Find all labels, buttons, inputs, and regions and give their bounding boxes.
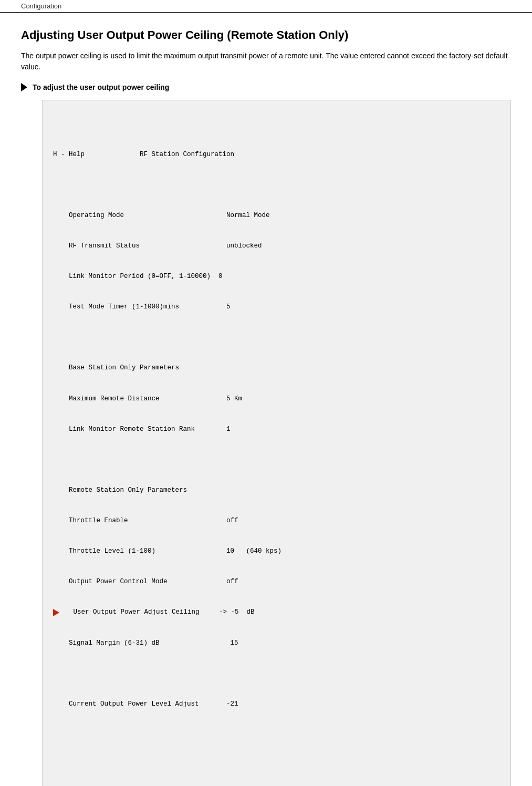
page-title: Adjusting User Output Power Ceiling (Rem… <box>21 28 511 42</box>
terminal-line-3: Link Monitor Period (0=OFF, 1-10000) 0 <box>53 272 500 282</box>
terminal-blank-6 <box>53 760 500 770</box>
terminal-line-10: Throttle Level (1-100) 10 (640 kps) <box>53 546 500 556</box>
terminal-line-1: Operating Mode Normal Mode <box>53 211 500 221</box>
terminal-line-11: Output Power Control Mode off <box>53 577 500 587</box>
terminal-header-line: H - Help RF Station Configuration <box>53 150 500 160</box>
terminal-blank-4 <box>53 669 500 679</box>
terminal-red-arrow <box>53 609 59 616</box>
terminal-blank-3 <box>53 455 500 465</box>
intro-paragraph: The output power ceiling is used to limi… <box>21 50 511 73</box>
terminal-line-9: Throttle Enable off <box>53 516 500 526</box>
terminal-blank-2 <box>53 333 500 343</box>
procedure-heading-text: To adjust the user output power ceiling <box>33 83 169 91</box>
main-content: Adjusting User Output Power Ceiling (Rem… <box>0 13 532 786</box>
terminal-line-5: Base Station Only Parameters <box>53 363 500 373</box>
terminal-content: H - Help RF Station Configuration Operat… <box>53 129 500 786</box>
top-bar: Configuration <box>0 0 532 13</box>
terminal-blank-5 <box>53 730 500 740</box>
arrow-icon <box>21 83 27 91</box>
terminal-line-7: Link Monitor Remote Station Rank 1 <box>53 425 500 435</box>
terminal-line-8: Remote Station Only Parameters <box>53 485 500 495</box>
terminal-line-12: User Output Power Adjust Ceiling -> -5 d… <box>61 607 255 617</box>
procedure-heading: To adjust the user output power ceiling <box>21 83 511 91</box>
section-label: Configuration <box>21 2 61 10</box>
terminal-blank-1 <box>53 180 500 190</box>
terminal-arrow-line: User Output Power Adjust Ceiling -> -5 d… <box>53 607 500 617</box>
terminal-box: H - Help RF Station Configuration Operat… <box>42 100 511 786</box>
page-wrapper: Configuration Adjusting User Output Powe… <box>0 0 532 786</box>
terminal-line-2: RF Transmit Status unblocked <box>53 241 500 251</box>
terminal-line-6: Maximum Remote Distance 5 Km <box>53 394 500 404</box>
terminal-line-4: Test Mode Timer (1-1000)mins 5 <box>53 302 500 312</box>
terminal-line-13: Signal Margin (6-31) dB 15 <box>53 638 500 648</box>
terminal-line-14: Current Output Power Level Adjust -21 <box>53 699 500 709</box>
